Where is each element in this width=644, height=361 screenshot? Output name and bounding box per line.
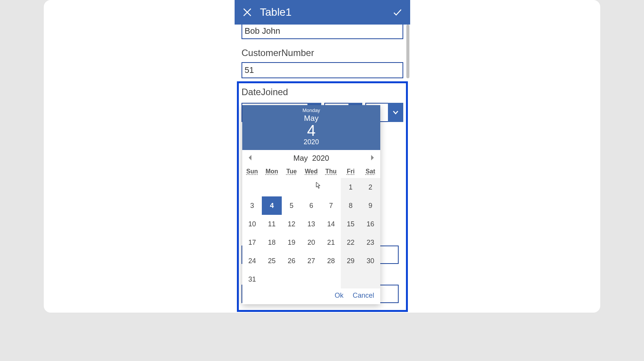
close-icon[interactable] bbox=[241, 6, 254, 19]
background-field bbox=[378, 246, 399, 264]
calendar-header-day: 4 bbox=[242, 123, 380, 138]
calendar-dow-header: Sat bbox=[361, 165, 380, 178]
calendar-day[interactable]: 25 bbox=[262, 252, 281, 270]
calendar-day[interactable]: 4 bbox=[262, 196, 281, 215]
date-joined-label: DateJoined bbox=[242, 87, 403, 97]
calendar-day[interactable]: 18 bbox=[262, 233, 281, 252]
mouse-cursor-icon bbox=[316, 182, 321, 189]
chevron-down-icon[interactable] bbox=[388, 103, 403, 122]
calendar-day[interactable]: 11 bbox=[262, 215, 281, 233]
calendar-dow-header: Sun bbox=[242, 165, 262, 178]
calendar-day[interactable]: 30 bbox=[361, 252, 380, 270]
calendar-header-month: May bbox=[242, 114, 380, 123]
calendar-day[interactable]: 5 bbox=[282, 196, 301, 215]
calendar-empty bbox=[262, 178, 281, 196]
calendar-empty bbox=[321, 178, 341, 196]
calendar-day[interactable]: 3 bbox=[242, 196, 262, 215]
prev-month-icon[interactable] bbox=[248, 155, 253, 162]
calendar-day[interactable]: 23 bbox=[361, 233, 380, 252]
calendar-day[interactable]: 21 bbox=[321, 233, 341, 252]
calendar-popup: Monday May 4 2020 May 2020 Sun bbox=[242, 105, 380, 304]
calendar-day[interactable]: 8 bbox=[341, 196, 360, 215]
scrollbar[interactable] bbox=[406, 25, 409, 78]
calendar-day[interactable]: 12 bbox=[282, 215, 301, 233]
next-month-icon[interactable] bbox=[370, 155, 375, 162]
calendar-day[interactable]: 9 bbox=[361, 196, 380, 215]
calendar-grid: SunMonTueWedThuFriSat1234567891011121314… bbox=[242, 165, 380, 288]
calendar-day[interactable]: 29 bbox=[341, 252, 360, 270]
ok-button[interactable]: Ok bbox=[335, 292, 343, 300]
titlebar: Table1 bbox=[235, 0, 410, 25]
calendar-nav-month: May bbox=[293, 154, 308, 162]
calendar-day[interactable]: 13 bbox=[301, 215, 321, 233]
calendar-dow-header: Tue bbox=[282, 165, 301, 178]
calendar-day[interactable]: 2 bbox=[361, 178, 380, 196]
calendar-day[interactable]: 6 bbox=[301, 196, 321, 215]
submit-check-icon[interactable] bbox=[391, 6, 404, 19]
calendar-day[interactable]: 28 bbox=[321, 252, 341, 270]
calendar-day[interactable]: 17 bbox=[242, 233, 262, 252]
calendar-nav: May 2020 bbox=[242, 150, 380, 165]
calendar-empty bbox=[361, 270, 380, 288]
calendar-nav-year: 2020 bbox=[312, 154, 329, 162]
calendar-day[interactable]: 26 bbox=[282, 252, 301, 270]
calendar-empty bbox=[301, 270, 321, 288]
form-content: CustomerNumber DateJoined bbox=[235, 25, 410, 313]
calendar-day[interactable]: 19 bbox=[282, 233, 301, 252]
background-field bbox=[378, 285, 399, 303]
calendar-header-year: 2020 bbox=[242, 138, 380, 146]
calendar-actions: Ok Cancel bbox=[242, 288, 380, 304]
calendar-dow-header: Thu bbox=[321, 165, 341, 178]
app-window: Table1 CustomerNumber DateJoined bbox=[235, 0, 410, 313]
calendar-empty bbox=[321, 270, 341, 288]
calendar-header: Monday May 4 2020 bbox=[242, 105, 380, 150]
calendar-dow-header: Fri bbox=[341, 165, 360, 178]
calendar-day[interactable]: 22 bbox=[341, 233, 360, 252]
customer-number-field[interactable] bbox=[242, 62, 403, 78]
calendar-day[interactable]: 7 bbox=[321, 196, 341, 215]
calendar-dow-header: Mon bbox=[262, 165, 281, 178]
calendar-day[interactable]: 24 bbox=[242, 252, 262, 270]
calendar-day[interactable]: 31 bbox=[242, 270, 262, 288]
calendar-day[interactable]: 10 bbox=[242, 215, 262, 233]
calendar-day[interactable]: 1 bbox=[341, 178, 360, 196]
calendar-header-dow: Monday bbox=[242, 107, 380, 113]
name-field[interactable] bbox=[242, 25, 403, 39]
customer-number-label: CustomerNumber bbox=[242, 48, 403, 58]
calendar-empty bbox=[282, 270, 301, 288]
calendar-day[interactable]: 15 bbox=[341, 215, 360, 233]
cancel-button[interactable]: Cancel bbox=[353, 292, 374, 300]
calendar-day[interactable]: 27 bbox=[301, 252, 321, 270]
calendar-empty bbox=[262, 270, 281, 288]
calendar-empty bbox=[242, 178, 262, 196]
calendar-empty bbox=[282, 178, 301, 196]
outer-frame: Table1 CustomerNumber DateJoined bbox=[44, 0, 600, 313]
page-title: Table1 bbox=[260, 6, 385, 18]
calendar-dow-header: Wed bbox=[301, 165, 321, 178]
calendar-day[interactable]: 20 bbox=[301, 233, 321, 252]
calendar-month-year[interactable]: May 2020 bbox=[293, 154, 329, 163]
calendar-day[interactable]: 14 bbox=[321, 215, 341, 233]
calendar-day[interactable]: 16 bbox=[361, 215, 380, 233]
calendar-empty bbox=[341, 270, 360, 288]
